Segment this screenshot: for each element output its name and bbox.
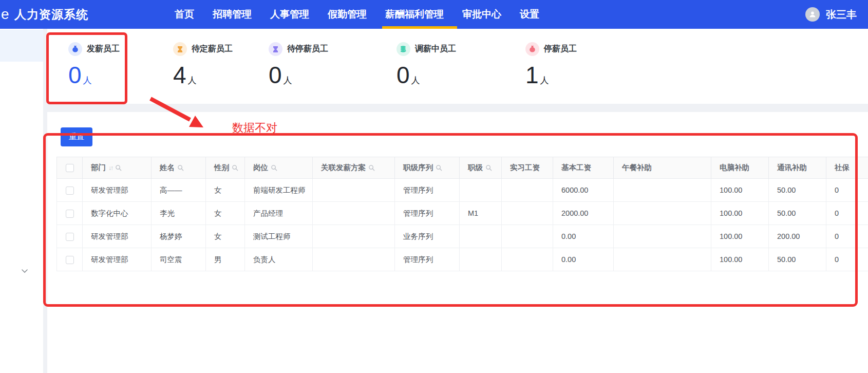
table-cell: 50.00 [769, 179, 826, 202]
user-menu[interactable]: 张三丰 [805, 0, 857, 29]
table-cell [313, 248, 395, 271]
stat-card-1[interactable]: 待定薪员工4人 [173, 42, 233, 87]
table-cell [614, 202, 711, 225]
row-checkbox[interactable] [66, 256, 74, 264]
table-cell: 研发管理部 [83, 179, 152, 202]
app-header: e 人力资源系统 首页招聘管理人事管理假勤管理薪酬福利管理审批中心设置 张三丰 [0, 0, 868, 29]
column-header-7[interactable]: 职级 [460, 157, 502, 179]
stats-card: 发薪员工0人待定薪员工4人待停薪员工0人调薪中员工0人停薪员工1人 [47, 29, 868, 104]
stat-card-4[interactable]: 停薪员工1人 [525, 42, 577, 87]
table-cell: 负责人 [245, 248, 313, 271]
search-icon[interactable] [271, 164, 277, 171]
column-header-12: 通讯补助 [769, 157, 826, 179]
table-cell: 李光 [152, 202, 206, 225]
nav-item-3[interactable]: 假勤管理 [328, 0, 367, 29]
nav-item-0[interactable]: 首页 [175, 0, 194, 29]
left-sidebar [0, 29, 43, 373]
logo: e [1, 6, 9, 23]
table-cell: 高—— [152, 179, 206, 202]
table-cell [460, 225, 502, 248]
select-all-header [57, 157, 83, 179]
table-row-1: 数字化中心李光女产品经理管理序列M12000.00100.0050.000 [57, 202, 868, 225]
row-checkbox[interactable] [66, 186, 74, 195]
column-header-8: 实习工资 [502, 157, 553, 179]
search-icon[interactable] [115, 164, 122, 171]
column-label: 关联发薪方案 [321, 163, 366, 173]
nav-item-2[interactable]: 人事管理 [270, 0, 309, 29]
nav-item-5[interactable]: 审批中心 [462, 0, 501, 29]
stat-card-2[interactable]: 待停薪员工0人 [269, 42, 328, 87]
row-checkbox[interactable] [66, 210, 74, 218]
table-cell: 男 [206, 248, 245, 271]
table-cell: 测试工程师 [245, 225, 313, 248]
stat-card-3[interactable]: 调薪中员工0人 [397, 42, 456, 87]
reset-button[interactable]: 重置 [61, 127, 92, 146]
nav-item-4[interactable]: 薪酬福利管理 [385, 0, 444, 29]
table-cell: 产品经理 [245, 202, 313, 225]
chevron-down-icon[interactable] [21, 267, 30, 274]
column-header-11: 电脑补助 [711, 157, 769, 179]
table-cell [614, 225, 711, 248]
page-title: 人力资源系统 [14, 7, 88, 23]
search-icon[interactable] [436, 164, 442, 171]
table-cell [614, 179, 711, 202]
column-label: 通讯补助 [777, 163, 807, 173]
coins-icon [397, 42, 410, 56]
search-icon[interactable] [232, 164, 238, 171]
column-label: 社保 [835, 163, 850, 173]
sidebar-active-item[interactable] [0, 30, 43, 62]
stat-label: 待停薪员工 [287, 44, 328, 54]
search-icon[interactable] [485, 164, 492, 171]
table-cell [502, 202, 553, 225]
hourglass-icon [173, 42, 187, 56]
column-header-6[interactable]: 职级序列 [395, 157, 460, 179]
column-header-1[interactable]: 部门↓↑ [83, 157, 152, 179]
table-cell: 女 [206, 202, 245, 225]
column-header-3[interactable]: 性别 [206, 157, 245, 179]
table-row-2: 研发管理部杨梦婷女测试工程师业务序列0.00100.00200.000 [57, 225, 868, 248]
user-name: 张三丰 [826, 8, 857, 22]
table-cell [460, 248, 502, 271]
search-icon[interactable] [368, 164, 375, 171]
table-cell: 0 [826, 225, 868, 248]
table-cell [502, 248, 553, 271]
table-cell: 100.00 [711, 202, 769, 225]
column-header-4[interactable]: 岗位 [245, 157, 313, 179]
table-cell: M1 [460, 202, 502, 225]
table-cell: 50.00 [769, 248, 826, 271]
column-label: 职级 [468, 163, 483, 173]
table-cell: 管理序列 [395, 202, 460, 225]
table-cell: 6000.00 [553, 179, 614, 202]
table-cell: 研发管理部 [83, 225, 152, 248]
row-checkbox[interactable] [66, 233, 74, 241]
table-cell [313, 202, 395, 225]
table-cell: 管理序列 [395, 248, 460, 271]
stat-value: 4人 [173, 63, 233, 87]
select-all-checkbox[interactable] [66, 164, 74, 172]
column-header-10: 午餐补助 [614, 157, 711, 179]
table-cell: 100.00 [711, 248, 769, 271]
column-header-13: 社保 [826, 157, 868, 179]
table-cell: 0.00 [553, 248, 614, 271]
search-icon[interactable] [177, 164, 184, 171]
nav-item-6[interactable]: 设置 [520, 0, 539, 29]
table-cell [460, 179, 502, 202]
table-cell: 200.00 [769, 225, 826, 248]
column-header-5[interactable]: 关联发薪方案 [313, 157, 395, 179]
stat-label: 调薪中员工 [415, 44, 456, 54]
user-avatar-icon [805, 7, 820, 22]
stat-card-0[interactable]: 发薪员工0人 [68, 42, 120, 87]
nav-item-1[interactable]: 招聘管理 [213, 0, 252, 29]
employee-table: 部门↓↑姓名性别岗位关联发薪方案职级序列职级实习工资基本工资午餐补助电脑补助通讯… [56, 157, 868, 271]
stat-value: 0人 [269, 63, 328, 87]
column-label: 实习工资 [510, 163, 540, 173]
table-cell: 0 [826, 202, 868, 225]
stat-value: 0人 [397, 63, 456, 87]
table-cell: 司空震 [152, 248, 206, 271]
table-cell: 0.00 [553, 225, 614, 248]
column-label: 电脑补助 [720, 163, 749, 173]
table-cell: 数字化中心 [83, 202, 152, 225]
sort-icon[interactable]: ↓↑ [108, 164, 112, 172]
column-header-2[interactable]: 姓名 [152, 157, 206, 179]
stat-label: 停薪员工 [544, 44, 577, 54]
